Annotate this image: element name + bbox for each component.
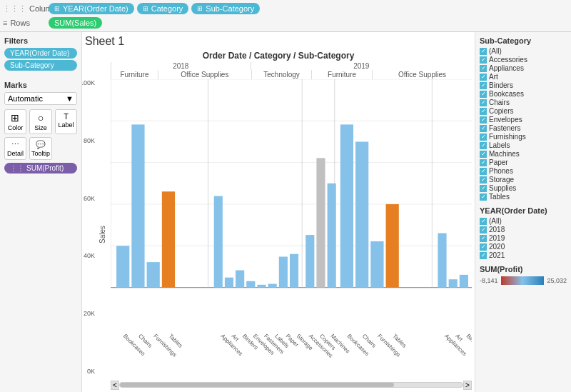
checkbox-icon [480, 82, 487, 89]
subcat-item[interactable]: Fasteners [480, 124, 567, 132]
subcat-item[interactable]: Paper [480, 159, 567, 166]
year-item[interactable]: (All) [480, 217, 567, 225]
scrollbar-track[interactable] [119, 382, 463, 388]
subcat-label: Art [489, 73, 498, 81]
cat-office-1: Office Supplies [158, 70, 251, 79]
tooltip-mark-btn[interactable]: 💬 Tooltip [29, 137, 52, 160]
subcat-item[interactable]: Accessories [480, 56, 567, 64]
svg-text:Binders: Binders [465, 333, 472, 351]
subcat-label: Bookcases [489, 90, 524, 98]
size-mark-btn[interactable]: ○ Size [29, 109, 52, 134]
subcat-item[interactable]: Furnishings [480, 133, 567, 141]
rows-icon: ≡ [3, 19, 7, 27]
subcat-item[interactable]: Appliances [480, 64, 567, 72]
subcategory-legend: Sub-Category (All)AccessoriesAppliancesA… [480, 36, 567, 201]
category-pill[interactable]: ⊞ Category [137, 3, 189, 14]
bar-paper-2018 [279, 257, 288, 288]
year-item[interactable]: 2021 [480, 251, 567, 259]
year-item[interactable]: 2020 [480, 243, 567, 251]
subcategory-items-list: (All)AccessoriesAppliancesArtBindersBook… [480, 47, 567, 201]
year-label: (All) [489, 217, 502, 225]
year-item[interactable]: 2019 [480, 234, 567, 242]
subcat-item[interactable]: Bookcases [480, 90, 567, 98]
x-labels-svg: Bookcases Chairs Furnishings Tables Appl… [111, 333, 472, 379]
filter-year[interactable]: YEAR(Order Date) [4, 48, 77, 59]
filter-subcategory[interactable]: Sub-Category [4, 60, 77, 71]
tooltip-icon: 💬 [36, 140, 46, 149]
dim-icon-3: ⊞ [197, 5, 203, 12]
bar-art-2018 [225, 278, 233, 288]
year-legend-title: YEAR(Order Date) [480, 206, 567, 215]
color-icon: ⊞ [11, 112, 19, 124]
checkbox-icon [480, 142, 487, 149]
bar-chairs-2019 [355, 141, 368, 287]
toolbar-rows-row: ≡ Rows SUM(Sales) [3, 16, 568, 30]
subcat-label: Binders [489, 81, 513, 89]
bar-bookcases-2018 [116, 246, 129, 287]
subcategory-pill[interactable]: ⊞ Sub-Category [191, 3, 260, 14]
profit-gradient [501, 276, 545, 285]
checkbox-icon [480, 108, 487, 115]
subcat-label: Envelopes [489, 116, 522, 124]
subcat-item[interactable]: Phones [480, 167, 567, 175]
detail-mark-btn[interactable]: ⋯ Detail [4, 137, 26, 160]
bar-envelopes-2018 [246, 281, 255, 288]
cat-tech: Technology [251, 70, 312, 79]
checkbox-icon [480, 74, 487, 81]
columns-label: ⋮⋮⋮ Columns [3, 4, 46, 14]
subcat-item[interactable]: Tables [480, 193, 567, 201]
filters-title: Filters [4, 36, 77, 45]
filters-section: Filters YEAR(Order Date) Sub-Category [4, 36, 77, 72]
scroll-left-btn[interactable]: < [111, 381, 119, 390]
right-sidebar: Sub-Category (All)AccessoriesAppliancesA… [475, 32, 571, 392]
bar-tables-2019 [386, 204, 399, 288]
year-orderdate-pill[interactable]: ⊞ YEAR(Order Date) [49, 3, 134, 14]
sum-sales-pill[interactable]: SUM(Sales) [49, 17, 102, 29]
profit-legend-title: SUM(Profit) [480, 265, 567, 273]
checkbox-icon [480, 243, 487, 251]
category-headers: Furniture Office Supplies Technology Fur… [111, 70, 472, 79]
sum-profit-badge[interactable]: ⋮⋮ SUM(Profit) [4, 163, 77, 174]
subcat-item[interactable]: Supplies [480, 184, 567, 192]
color-mark-btn[interactable]: ⊞ Color [4, 109, 26, 134]
subcat-label: Copiers [489, 107, 513, 115]
subcat-item[interactable]: (All) [480, 47, 567, 55]
bar-fasteners-2018 [257, 285, 266, 288]
chart-container: Order Date / Category / Sub-Category 201… [85, 51, 472, 389]
checkbox-icon [480, 252, 487, 259]
subcat-item[interactable]: Storage [480, 176, 567, 184]
subcat-item[interactable]: Copiers [480, 107, 567, 115]
checkbox-icon [480, 194, 487, 201]
checkbox-icon [480, 56, 487, 64]
subcat-item[interactable]: Art [480, 73, 567, 81]
subcat-label: Appliances [489, 64, 524, 72]
subcat-label: Chairs [489, 99, 510, 106]
subcat-label: Machines [489, 150, 520, 158]
bar-bookcases-2019 [340, 124, 353, 287]
label-mark-btn[interactable]: T Label [55, 109, 77, 134]
marks-buttons: ⊞ Color ○ Size T Label ⋯ Detail [4, 109, 77, 160]
checkbox-icon [480, 226, 487, 233]
year-label: 2019 [489, 234, 505, 242]
subcat-item[interactable]: Machines [480, 150, 567, 158]
year-2019-label: 2019 [251, 62, 472, 70]
bar-binders-2019 [460, 275, 468, 288]
subcat-item[interactable]: Chairs [480, 99, 567, 106]
detail-icon: ⋯ [11, 140, 19, 149]
bar-chairs-2018 [131, 124, 144, 287]
dim-icon-2: ⊞ [143, 5, 148, 12]
subcat-label: Phones [489, 167, 513, 175]
rows-label: ≡ Rows [3, 19, 46, 27]
subcat-item[interactable]: Binders [480, 81, 567, 89]
marks-type-dropdown[interactable]: Automatic ▼ [4, 92, 77, 105]
scroll-right-btn[interactable]: > [463, 381, 472, 390]
bar-binders-2018 [236, 271, 244, 288]
checkbox-icon [480, 159, 487, 166]
dropdown-arrow-icon: ▼ [66, 94, 74, 103]
columns-icon: ⋮⋮⋮ [3, 4, 26, 14]
subcat-item[interactable]: Envelopes [480, 116, 567, 124]
subcat-item[interactable]: Labels [480, 141, 567, 149]
chart-axis-title: Order Date / Category / Sub-Category [85, 51, 472, 61]
dim-icon: ⊞ [54, 5, 60, 12]
year-item[interactable]: 2018 [480, 226, 567, 233]
